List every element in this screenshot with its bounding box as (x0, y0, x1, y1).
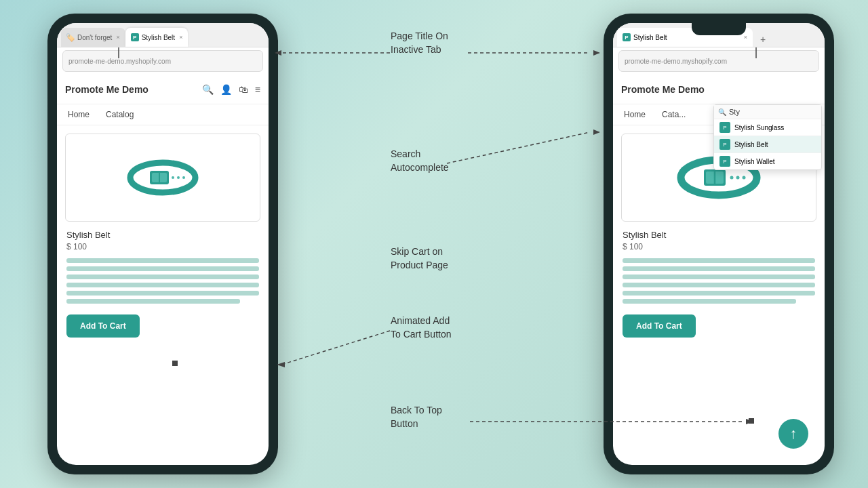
tab-close-stylish-belt-left[interactable]: × (179, 34, 182, 41)
search-input-text: Sty (729, 108, 740, 116)
desc-line-r2 (623, 266, 815, 271)
back-to-top-arrow: ↑ (790, 425, 797, 443)
search-result-icon-belt: P (719, 139, 730, 150)
right-phone: P Stylish Belt × + promote-me-demo.mysho… (604, 14, 834, 474)
svg-point-4 (172, 176, 174, 179)
back-to-top-button[interactable]: ↑ (778, 419, 808, 449)
search-result-wallet[interactable]: P Stylish Wallet (714, 153, 821, 169)
tab-label-dont-forget: Don't forget (77, 34, 112, 41)
svg-line-20 (447, 132, 590, 163)
desc-line-2 (66, 266, 259, 271)
svg-point-11 (730, 176, 734, 180)
svg-point-6 (182, 176, 185, 179)
address-text-right: promote-me-demo.myshopify.com (625, 58, 727, 65)
desc-line-3 (66, 274, 259, 279)
tab-stylish-belt-left[interactable]: P Stylish Belt × (125, 28, 189, 47)
desc-lines-left (66, 258, 259, 304)
product-price-right: $ 100 (623, 242, 815, 251)
cat-nav-left: Home Catalog (57, 104, 269, 125)
svg-point-5 (177, 176, 180, 179)
nav-bar-left: Promote Me Demo 🔍 👤 🛍 ≡ (57, 75, 269, 104)
desc-line-4 (66, 283, 259, 287)
cart-icon-left[interactable]: 🛍 (239, 84, 248, 95)
person-icon-left[interactable]: 👤 (220, 84, 232, 95)
menu-icon-left[interactable]: ≡ (255, 84, 260, 95)
tab-label-stylish-belt-left: Stylish Belt (142, 34, 175, 41)
svg-point-12 (736, 176, 740, 180)
nav-icons-left: 🔍 👤 🛍 ≡ (202, 84, 260, 95)
svg-marker-17 (593, 50, 600, 56)
search-icon-left[interactable]: 🔍 (202, 84, 214, 95)
search-input-row[interactable]: 🔍 Sty (714, 105, 821, 119)
new-tab-button[interactable]: + (755, 32, 770, 47)
desc-line-r3 (623, 274, 815, 279)
tab-favicon-right: P (623, 33, 631, 41)
tab-close-dont-forget[interactable]: × (116, 34, 119, 41)
tabs-bar-left: 🏷️ Don't forget × P Stylish Belt × (57, 23, 269, 47)
svg-point-13 (743, 176, 746, 180)
address-bar-right[interactable]: promote-me-demo.myshopify.com (618, 50, 819, 72)
desc-lines-right (623, 258, 815, 304)
product-name-left: Stylish Belt (66, 230, 259, 240)
belt-image-left (125, 154, 200, 201)
cat-catalog-left[interactable]: Catalog (106, 110, 134, 119)
tab-favicon-dont-forget: 🏷️ (66, 33, 75, 41)
tab-dont-forget[interactable]: 🏷️ Don't forget × (61, 28, 125, 47)
right-phone-screen: P Stylish Belt × + promote-me-demo.mysho… (613, 23, 825, 465)
search-result-label-wallet: Stylish Wallet (734, 158, 775, 165)
product-name-right: Stylish Belt (623, 230, 815, 240)
search-results-list: P Stylish Sunglass P Stylish Belt P Styl… (714, 119, 821, 169)
desc-line-r1 (623, 258, 815, 263)
annotation-page-title: Page Title OnInactive Tab (391, 30, 448, 56)
tab-close-right[interactable]: × (744, 34, 747, 41)
annotation-skip-cart: Skip Cart onProduct Page (391, 245, 448, 272)
address-text-left: promote-me-demo.myshopify.com (68, 58, 171, 65)
search-result-label-belt: Stylish Belt (734, 141, 768, 148)
cat-home-left[interactable]: Home (68, 110, 90, 119)
desc-line-5 (66, 291, 259, 296)
desc-line-r6 (623, 299, 796, 304)
cat-catalog-right[interactable]: Cata... (662, 110, 686, 119)
search-result-label-sunglass: Stylish Sunglass (734, 124, 784, 131)
annotation-search-autocomplete: SearchAutocomplete (391, 148, 449, 174)
left-phone: 🏷️ Don't forget × P Stylish Belt × promo… (47, 14, 278, 474)
product-price-left: $ 100 (66, 242, 259, 251)
desc-line-6 (66, 299, 240, 304)
desc-line-r4 (623, 283, 815, 287)
add-to-cart-button-right[interactable]: Add To Cart (623, 314, 696, 338)
search-icon-right: 🔍 (718, 108, 726, 116)
product-image-box-left (65, 134, 260, 222)
search-autocomplete-box: 🔍 Sty P Stylish Sunglass P Stylish Belt … (713, 104, 822, 170)
desc-line-r5 (623, 291, 815, 296)
nav-logo-right: Promote Me Demo (621, 84, 816, 95)
annotation-animated-add-to-cart: Animated AddTo Cart Button (391, 314, 452, 341)
search-result-icon-sunglass: P (719, 122, 730, 133)
address-bar-left[interactable]: promote-me-demo.myshopify.com (62, 50, 263, 72)
tab-label-right: Stylish Belt (633, 34, 667, 41)
nav-bar-right: Promote Me Demo 🔍 Sty P Stylish Sunglass… (613, 75, 825, 104)
search-result-sunglass[interactable]: P Stylish Sunglass (714, 119, 821, 136)
phone-notch (692, 23, 746, 35)
search-result-icon-wallet: P (719, 156, 730, 167)
nav-logo-left: Promote Me Demo (65, 84, 202, 95)
product-info-left: Stylish Belt $ 100 Add To Cart (57, 230, 269, 338)
cat-home-right[interactable]: Home (624, 110, 646, 119)
annotation-back-to-top: Back To TopButton (391, 404, 442, 430)
svg-marker-21 (593, 129, 600, 135)
product-info-right: Stylish Belt $ 100 Add To Cart (613, 230, 825, 338)
tab-favicon-stylish-belt-left: P (131, 33, 139, 41)
svg-line-22 (281, 331, 390, 365)
left-phone-screen: 🏷️ Don't forget × P Stylish Belt × promo… (57, 23, 269, 465)
desc-line-1 (66, 258, 259, 263)
add-to-cart-button-left[interactable]: Add To Cart (66, 314, 140, 338)
search-result-belt[interactable]: P Stylish Belt (714, 136, 821, 153)
